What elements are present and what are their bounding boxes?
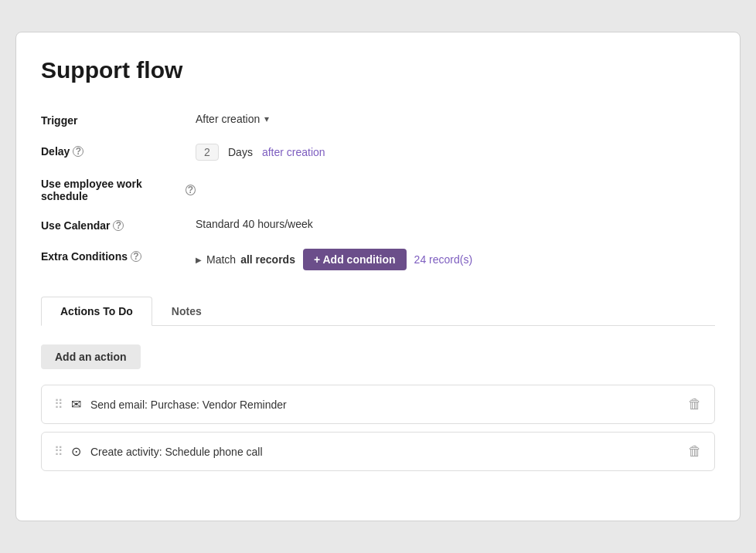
calendar-help-icon[interactable]: ? [113,220,124,231]
add-condition-button[interactable]: + Add condition [303,249,407,270]
delay-row: Delay ? 2 Days after creation [41,136,715,168]
employee-schedule-help-icon[interactable]: ? [186,185,196,195]
tabs-row: Actions To Do Notes [41,297,715,325]
calendar-value: Standard 40 hours/week [196,218,715,230]
action-left-create-activity: ⠿ ⊙ Create activity: Schedule phone call [54,444,263,459]
calendar-row: Use Calendar ? Standard 40 hours/week [41,210,715,241]
main-card: Support flow Trigger After creation ▾ De… [15,32,741,521]
form-section: Trigger After creation ▾ Delay ? 2 Days … [41,105,715,278]
delay-label: Delay ? [41,144,196,158]
action-label-send-email: Send email: Purchase: Vendor Reminder [90,399,287,411]
extra-conditions-row: Extra Conditions ? ▶ Match all records +… [41,241,715,278]
trigger-value: After creation ▾ [196,113,715,125]
extra-conditions-help-icon[interactable]: ? [131,251,141,262]
conditions-controls: ▶ Match all records + Add condition 24 r… [196,249,472,270]
records-count: 24 record(s) [414,253,472,266]
drag-handle-send-email[interactable]: ⠿ [54,397,62,412]
action-item-send-email: ⠿ ✉ Send email: Purchase: Vendor Reminde… [41,385,715,424]
match-arrow-icon: ▶ [196,256,202,264]
tab-notes[interactable]: Notes [152,297,221,325]
action-list: ⠿ ✉ Send email: Purchase: Vendor Reminde… [41,385,715,471]
delay-number[interactable]: 2 [196,144,219,161]
tabs-section: Actions To Do Notes [41,297,715,326]
extra-conditions-label: Extra Conditions ? [41,249,196,263]
delay-ref: after creation [262,146,325,158]
drag-handle-create-activity[interactable]: ⠿ [54,444,62,459]
tab-actions-to-do[interactable]: Actions To Do [41,297,152,326]
employee-schedule-row: Use employee work schedule ? [41,168,715,210]
action-left-send-email: ⠿ ✉ Send email: Purchase: Vendor Reminde… [54,397,287,412]
delete-create-activity-button[interactable]: 🗑 [688,443,702,460]
page-title: Support flow [41,57,715,83]
email-icon: ✉ [71,397,81,412]
action-item-create-activity: ⠿ ⊙ Create activity: Schedule phone call… [41,432,715,471]
trigger-label: Trigger [41,113,196,127]
tab-content-actions: Add an action ⠿ ✉ Send email: Purchase: … [41,326,715,490]
employee-schedule-label: Use employee work schedule ? [41,176,196,202]
match-section: ▶ Match all records [196,253,295,266]
activity-icon: ⊙ [71,444,81,459]
delay-unit: Days [228,146,253,158]
delay-value: 2 Days after creation [196,144,715,161]
action-label-create-activity: Create activity: Schedule phone call [90,446,263,458]
trigger-row: Trigger After creation ▾ [41,105,715,136]
trigger-select[interactable]: After creation ▾ [196,113,269,125]
add-action-button[interactable]: Add an action [41,344,141,369]
calendar-label: Use Calendar ? [41,218,196,232]
extra-conditions-value: ▶ Match all records + Add condition 24 r… [196,249,715,270]
delete-send-email-button[interactable]: 🗑 [688,396,702,412]
delay-help-icon[interactable]: ? [73,146,83,157]
trigger-dropdown-icon: ▾ [264,114,269,124]
